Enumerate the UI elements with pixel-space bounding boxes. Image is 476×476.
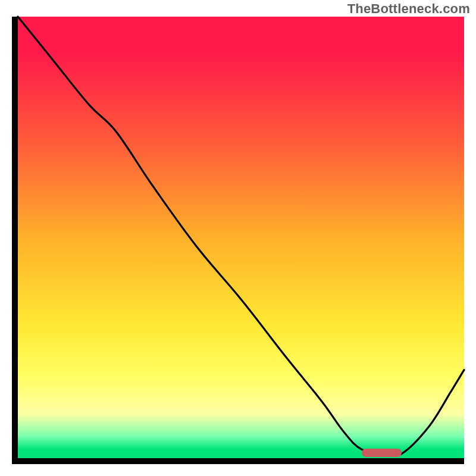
watermark-text: TheBottleneck.com xyxy=(347,1,470,17)
chart-canvas: TheBottleneck.com xyxy=(0,0,476,476)
axes-frame xyxy=(12,17,464,464)
